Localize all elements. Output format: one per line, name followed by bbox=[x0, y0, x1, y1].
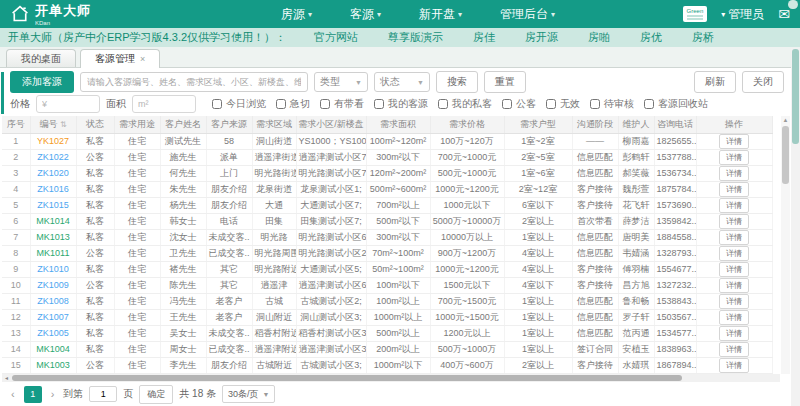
page-size-select[interactable]: 30条/页 ▼ bbox=[222, 385, 275, 403]
filter-checkbox[interactable]: 公客 bbox=[502, 97, 536, 111]
detail-button[interactable]: 详情 bbox=[719, 150, 749, 165]
nav-menu-item[interactable]: 房源▾ bbox=[281, 6, 312, 23]
filter-checkbox[interactable]: 今日浏览 bbox=[212, 97, 266, 111]
detail-button[interactable]: 详情 bbox=[719, 230, 749, 245]
column-header-14[interactable]: 操作 bbox=[696, 116, 772, 133]
type-select[interactable]: 类型 ▼ bbox=[314, 72, 368, 92]
page-scroll-thumb[interactable] bbox=[792, 49, 799, 144]
detail-button[interactable]: 详情 bbox=[719, 134, 749, 149]
filter-checkbox[interactable]: 我的客源 bbox=[374, 97, 428, 111]
checkbox-input[interactable] bbox=[212, 99, 222, 109]
goto-page-input[interactable] bbox=[89, 386, 117, 402]
checkbox-input[interactable] bbox=[502, 99, 512, 109]
next-page-button[interactable]: › bbox=[48, 388, 58, 400]
detail-button[interactable]: 详情 bbox=[719, 358, 749, 373]
price-input[interactable] bbox=[36, 95, 100, 113]
cell-code[interactable]: ZK1016 bbox=[30, 181, 76, 197]
mail-button[interactable]: ✉ bbox=[778, 6, 790, 22]
goto-confirm-button[interactable]: 确定 bbox=[139, 385, 173, 404]
cell-code[interactable]: ZK1007 bbox=[30, 309, 76, 325]
horizontal-scroll-thumb[interactable] bbox=[12, 375, 682, 381]
detail-button[interactable]: 详情 bbox=[719, 294, 749, 309]
area-input[interactable] bbox=[132, 95, 196, 113]
filter-checkbox[interactable]: 待审核 bbox=[590, 97, 634, 111]
filter-checkbox[interactable]: 客源回收站 bbox=[644, 97, 708, 111]
cell-code[interactable]: MK1014 bbox=[30, 213, 76, 229]
filter-checkbox[interactable]: 我的私客 bbox=[438, 97, 492, 111]
refresh-button[interactable]: 刷新 bbox=[694, 71, 736, 93]
detail-button[interactable]: 详情 bbox=[719, 166, 749, 181]
column-header-3[interactable]: 需求用途 bbox=[114, 116, 160, 133]
close-button[interactable]: 关闭 bbox=[742, 71, 784, 93]
search-button[interactable]: 搜索 bbox=[436, 71, 478, 93]
cell-code[interactable]: ZK1008 bbox=[30, 293, 76, 309]
checkbox-input[interactable] bbox=[276, 99, 286, 109]
column-header-6[interactable]: 需求区域 bbox=[252, 116, 296, 133]
nav-menu-item[interactable]: 客源▾ bbox=[350, 6, 381, 23]
detail-button[interactable]: 详情 bbox=[719, 182, 749, 197]
column-header-8[interactable]: 需求面积 bbox=[366, 116, 430, 133]
cell-code[interactable]: ZK1010 bbox=[30, 261, 76, 277]
filter-checkbox[interactable]: 有带看 bbox=[320, 97, 364, 111]
checkbox-input[interactable] bbox=[546, 99, 556, 109]
notice-link[interactable]: 尊享版演示 bbox=[388, 30, 443, 45]
column-header-2[interactable]: 状态 bbox=[76, 116, 114, 133]
column-header-9[interactable]: 需求价格 bbox=[430, 116, 504, 133]
cell-code[interactable]: ZK1020 bbox=[30, 165, 76, 181]
notice-link[interactable]: 房啪 bbox=[588, 30, 610, 45]
notice-link[interactable]: 房开源 bbox=[525, 30, 558, 45]
sort-icon[interactable]: ⇅ bbox=[60, 120, 67, 129]
prev-page-button[interactable]: ‹ bbox=[8, 388, 18, 400]
table-vertical-scrollbar[interactable]: ▲ bbox=[781, 116, 790, 374]
horizontal-scrollbar[interactable]: ◂ bbox=[2, 374, 780, 382]
column-header-5[interactable]: 客户来源 bbox=[206, 116, 252, 133]
status-select[interactable]: 状态 ▼ bbox=[374, 72, 430, 92]
tab-active[interactable]: 客源管理× bbox=[80, 49, 160, 68]
add-customer-button[interactable]: 添加客源 bbox=[10, 71, 74, 93]
detail-button[interactable]: 详情 bbox=[719, 246, 749, 261]
column-header-11[interactable]: 沟通阶段 bbox=[572, 116, 618, 133]
column-header-4[interactable]: 客户姓名 bbox=[160, 116, 206, 133]
search-input[interactable] bbox=[80, 72, 308, 92]
column-header-0[interactable]: 序号 bbox=[2, 116, 30, 133]
checkbox-input[interactable] bbox=[644, 99, 654, 109]
filter-checkbox[interactable]: 无效 bbox=[546, 97, 580, 111]
cell-code[interactable]: MK1003 bbox=[30, 357, 76, 373]
user-menu[interactable]: ▾ 管理员 bbox=[721, 6, 764, 23]
scroll-left-icon[interactable]: ◂ bbox=[2, 374, 11, 382]
notice-link[interactable]: 官方网站 bbox=[314, 30, 358, 45]
notice-link[interactable]: 房佳 bbox=[473, 30, 495, 45]
nav-menu-item[interactable]: 新开盘▾ bbox=[419, 6, 462, 23]
tab[interactable]: 我的桌面 bbox=[6, 49, 76, 67]
page-scrollbar[interactable] bbox=[791, 48, 800, 406]
reset-button[interactable]: 重置 bbox=[484, 71, 526, 93]
column-header-7[interactable]: 需求小区/新楼盘 bbox=[296, 116, 366, 133]
cell-code[interactable]: ZK1015 bbox=[30, 197, 76, 213]
cell-code[interactable]: MK1013 bbox=[30, 229, 76, 245]
cell-code[interactable]: ZK1022 bbox=[30, 149, 76, 165]
column-header-1[interactable]: 编号 ⇅ bbox=[30, 116, 76, 133]
detail-button[interactable]: 详情 bbox=[719, 198, 749, 213]
vertical-scroll-thumb[interactable] bbox=[782, 126, 789, 184]
detail-button[interactable]: 详情 bbox=[719, 278, 749, 293]
column-header-13[interactable]: 咨询电话 bbox=[654, 116, 696, 133]
checkbox-input[interactable] bbox=[590, 99, 600, 109]
checkbox-input[interactable] bbox=[438, 99, 448, 109]
scroll-up-icon[interactable]: ▲ bbox=[781, 116, 790, 125]
cell-code[interactable]: MK1011 bbox=[30, 245, 76, 261]
detail-button[interactable]: 详情 bbox=[719, 262, 749, 277]
cell-code[interactable]: YK1027 bbox=[30, 133, 76, 149]
detail-button[interactable]: 详情 bbox=[719, 326, 749, 341]
column-header-10[interactable]: 需求户型 bbox=[504, 116, 572, 133]
cell-code[interactable]: MK1004 bbox=[30, 341, 76, 357]
notice-link[interactable]: 房优 bbox=[640, 30, 662, 45]
notice-link[interactable]: 房桥 bbox=[692, 30, 714, 45]
checkbox-input[interactable] bbox=[374, 99, 384, 109]
filter-checkbox[interactable]: 急切 bbox=[276, 97, 310, 111]
cell-code[interactable]: ZK1005 bbox=[30, 325, 76, 341]
checkbox-input[interactable] bbox=[320, 99, 330, 109]
detail-button[interactable]: 详情 bbox=[719, 214, 749, 229]
cell-code[interactable]: ZK1009 bbox=[30, 277, 76, 293]
close-icon[interactable]: × bbox=[140, 54, 145, 64]
page-number-button[interactable]: 1 bbox=[24, 386, 42, 403]
